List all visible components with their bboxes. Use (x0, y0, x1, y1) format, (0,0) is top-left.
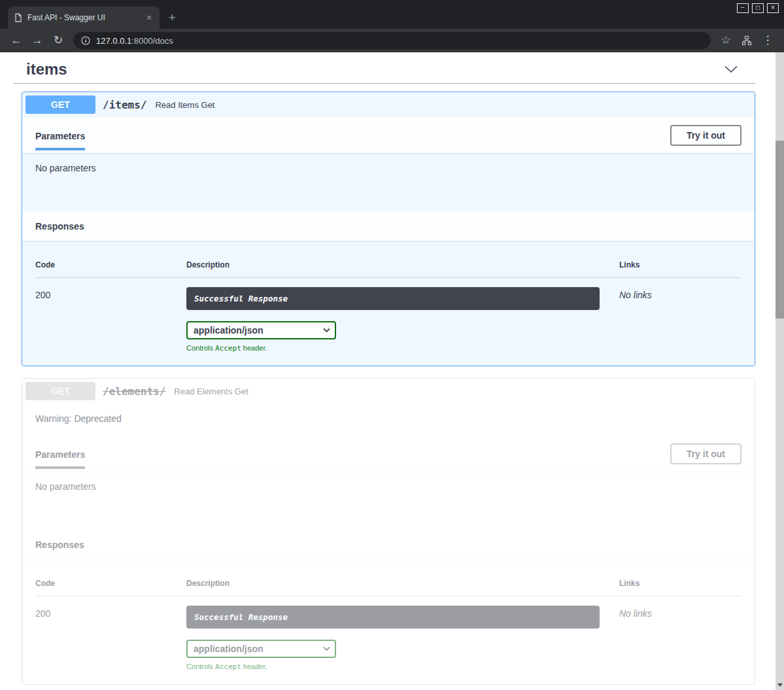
tab-title: Fast API - Swagger UI (27, 13, 139, 22)
opblock-summary-items[interactable]: GET /items/ Read Items Get (22, 92, 755, 117)
accept-note-suffix: header. (241, 344, 267, 352)
url-text: 127.0.0.1:8000/docs (96, 36, 173, 46)
column-header-links: Links (619, 254, 741, 278)
response-code: 200 (35, 596, 186, 671)
parameters-section-header: Parameters Try it out (22, 436, 755, 472)
parameters-section-header: Parameters Try it out (22, 117, 755, 153)
scrollbar-down-button[interactable] (775, 680, 784, 690)
response-links: No links (619, 278, 741, 353)
responses-table: Code Description Links 200 Successful Re… (35, 572, 741, 671)
column-header-code: Code (35, 572, 186, 596)
column-header-description: Description (186, 572, 619, 596)
response-description-cell: Successful Response application/json (186, 278, 619, 353)
media-type-select[interactable]: application/json (186, 640, 336, 658)
responses-section-header: Responses (22, 530, 755, 559)
tag-section-header[interactable]: items (13, 55, 755, 84)
accept-note-prefix: Controls (186, 344, 215, 352)
accept-header-note: Controls Accept header. (186, 663, 619, 671)
tab-strip: Fast API - Swagger UI × + (8, 7, 185, 29)
page-document-icon (14, 13, 22, 22)
tab-groups-icon[interactable] (737, 35, 757, 46)
response-description-cell: Successful Response application/json (186, 596, 619, 671)
response-description: Successful Response (186, 287, 600, 310)
swagger-page: items GET /items/ Read Items Get Paramet… (0, 52, 775, 690)
browser-tab[interactable]: Fast API - Swagger UI × (8, 7, 160, 29)
minimize-button[interactable]: − (737, 3, 749, 13)
site-info-icon[interactable] (81, 36, 90, 45)
column-header-code: Code (35, 254, 186, 278)
browser-titlebar: Fast API - Swagger UI × + − □ × (0, 0, 784, 29)
parameters-body: No parameters (22, 472, 755, 530)
browser-toolbar: ← → ↻ 127.0.0.1:8000/docs ☆ ⋮ (0, 29, 784, 52)
new-tab-button[interactable]: + (160, 7, 185, 29)
media-type-control: application/json (186, 321, 336, 339)
opblock-body: Warning: Deprecated Parameters Try it ou… (22, 404, 755, 684)
method-badge: GET (26, 95, 95, 114)
responses-title: Responses (35, 221, 84, 232)
endpoint-summary: Read Items Get (155, 100, 214, 110)
opblock-body: Parameters Try it out No parameters Resp… (22, 117, 755, 366)
bookmark-star-icon[interactable]: ☆ (716, 31, 736, 50)
url-bar[interactable]: 127.0.0.1:8000/docs (73, 32, 711, 49)
response-links: No links (619, 596, 741, 671)
accept-note-prefix: Controls (186, 663, 215, 670)
back-icon[interactable]: ← (7, 31, 26, 50)
deprecated-warning: Warning: Deprecated (22, 404, 755, 436)
opblock-get-elements-deprecated: GET /elements/ Read Elements Get Warning… (22, 378, 755, 685)
no-parameters-text: No parameters (35, 481, 741, 492)
responses-section-header: Responses (22, 211, 755, 241)
response-code: 200 (35, 278, 186, 353)
accept-note-code: Accept (215, 663, 241, 671)
opblock-summary-elements[interactable]: GET /elements/ Read Elements Get (22, 379, 755, 404)
no-parameters-text: No parameters (35, 163, 741, 173)
accept-note-suffix: header. (241, 663, 267, 670)
section-collapse-chevron-icon[interactable] (721, 63, 741, 76)
responses-title: Responses (35, 540, 84, 550)
close-button[interactable]: × (767, 3, 779, 13)
page-viewport: items GET /items/ Read Items Get Paramet… (0, 52, 784, 690)
window-controls: − □ × (737, 3, 779, 13)
browser-window: Fast API - Swagger UI × + − □ × ← → ↻ 12… (0, 0, 784, 690)
column-header-links: Links (619, 572, 741, 596)
responses-body: Code Description Links 200 Successful Re… (22, 559, 755, 684)
reload-icon[interactable]: ↻ (48, 31, 68, 50)
method-badge: GET (26, 382, 95, 400)
scrollbar-thumb[interactable] (775, 141, 784, 319)
responses-body: Code Description Links 200 Successful Re… (22, 241, 755, 366)
media-type-control: application/json (186, 640, 336, 658)
column-header-description: Description (186, 254, 619, 278)
responses-table: Code Description Links 200 Successful Re… (35, 254, 741, 353)
section-title: items (26, 60, 67, 78)
tab-close-icon[interactable]: × (144, 12, 154, 23)
try-it-out-button[interactable]: Try it out (670, 443, 741, 464)
endpoint-path: /items/ (103, 99, 146, 111)
try-it-out-button[interactable]: Try it out (670, 125, 741, 146)
url-host: 127.0.0.1 (96, 36, 131, 46)
forward-icon[interactable]: → (27, 31, 47, 50)
opblock-get-items: GET /items/ Read Items Get Parameters Tr… (22, 92, 755, 366)
accept-header-note: Controls Accept header. (186, 344, 619, 353)
response-description: Successful Response (186, 606, 600, 629)
accept-note-code: Accept (215, 344, 241, 353)
parameters-tab[interactable]: Parameters (35, 120, 85, 151)
maximize-button[interactable]: □ (752, 3, 764, 13)
scrollbar[interactable] (775, 52, 784, 690)
endpoint-path: /elements/ (103, 385, 165, 398)
url-path: :8000/docs (131, 36, 173, 46)
parameters-tab[interactable]: Parameters (35, 438, 85, 470)
browser-menu-icon[interactable]: ⋮ (758, 31, 777, 50)
endpoint-summary: Read Elements Get (174, 387, 248, 396)
parameters-body: No parameters (22, 153, 755, 211)
media-type-select[interactable]: application/json (186, 321, 336, 339)
